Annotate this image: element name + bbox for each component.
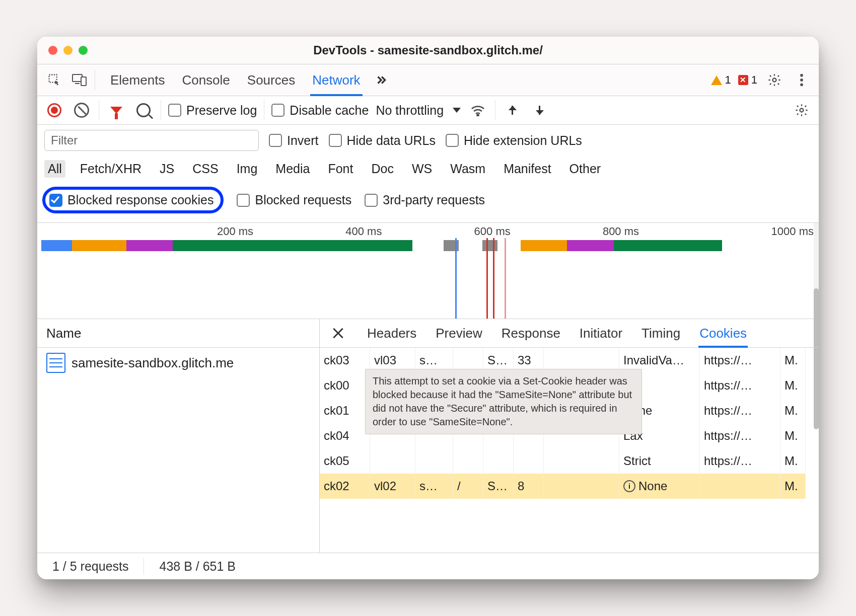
more-tabs-icon[interactable] bbox=[371, 70, 391, 90]
invert-checkbox[interactable]: Invert bbox=[269, 133, 319, 148]
type-all[interactable]: All bbox=[44, 160, 65, 178]
throttling-dropdown[interactable]: No throttling bbox=[376, 103, 461, 118]
cookie-row[interactable]: ck02vl02s…/S…8iNoneM. bbox=[320, 474, 819, 499]
type-css[interactable]: CSS bbox=[189, 160, 222, 178]
hide-ext-label: Hide extension URLs bbox=[464, 133, 582, 148]
blocked-requests-checkbox[interactable]: Blocked requests bbox=[237, 193, 351, 207]
transfer-size: 438 B / 651 B bbox=[159, 559, 236, 574]
throttling-value: No throttling bbox=[376, 103, 444, 118]
overview-bars bbox=[41, 240, 815, 251]
cookie-cell bbox=[544, 474, 619, 499]
disable-cache-checkbox[interactable]: Disable cache bbox=[271, 103, 369, 118]
load-line-3 bbox=[505, 238, 506, 319]
network-conditions-icon[interactable] bbox=[468, 100, 488, 120]
svg-point-5 bbox=[800, 74, 803, 77]
scrollbar[interactable] bbox=[814, 223, 819, 334]
filter-toggle-icon[interactable] bbox=[106, 100, 126, 120]
cookie-cell: https://… bbox=[700, 423, 780, 448]
tab-network[interactable]: Network bbox=[312, 65, 360, 95]
cookie-cell: 8 bbox=[514, 474, 544, 499]
record-button[interactable] bbox=[44, 100, 64, 120]
cookie-cell bbox=[453, 448, 483, 474]
separator bbox=[144, 558, 144, 575]
cookie-cell: M. bbox=[780, 448, 806, 474]
tab-timing[interactable]: Timing bbox=[641, 320, 680, 347]
cookie-row[interactable]: ck05Stricthttps://…M. bbox=[320, 448, 819, 474]
cookie-cell: s… bbox=[415, 474, 453, 499]
tab-elements[interactable]: Elements bbox=[110, 65, 165, 95]
tab-sources[interactable]: Sources bbox=[247, 65, 295, 95]
waterfall-overview[interactable]: 200 ms 400 ms 600 ms 800 ms 1000 ms bbox=[37, 223, 819, 319]
third-party-label: 3rd-party requests bbox=[383, 193, 485, 207]
chevron-down-icon bbox=[453, 108, 461, 113]
cookie-cell: S… bbox=[483, 474, 514, 499]
hide-extension-urls-checkbox[interactable]: Hide extension URLs bbox=[446, 133, 582, 148]
inspect-icon[interactable] bbox=[44, 70, 64, 90]
request-row[interactable]: samesite-sandbox.glitch.me bbox=[37, 348, 319, 378]
blocked-requests-label: Blocked requests bbox=[255, 193, 351, 207]
warning-count[interactable]: 1 bbox=[711, 73, 731, 87]
cookie-cell: vl02 bbox=[370, 474, 415, 499]
type-other[interactable]: Other bbox=[566, 160, 605, 178]
blocked-cookie-tooltip: This attempt to set a cookie via a Set-C… bbox=[365, 369, 642, 434]
disable-cache-label: Disable cache bbox=[290, 103, 369, 118]
warning-number: 1 bbox=[725, 73, 731, 87]
tab-console[interactable]: Console bbox=[182, 65, 230, 95]
status-bar: 1 / 5 requests 438 B / 651 B bbox=[37, 553, 819, 579]
invert-label: Invert bbox=[287, 133, 319, 148]
type-manifest[interactable]: Manifest bbox=[500, 160, 554, 178]
clear-button[interactable] bbox=[72, 100, 92, 120]
preserve-log-checkbox[interactable]: Preserve log bbox=[168, 103, 257, 118]
name-column-header[interactable]: Name bbox=[37, 319, 319, 348]
network-settings-icon[interactable] bbox=[792, 100, 812, 120]
cookie-cell: Strict bbox=[619, 448, 700, 474]
blocked-response-cookies-checkbox[interactable]: Blocked response cookies bbox=[49, 193, 213, 207]
type-fetch-xhr[interactable]: Fetch/XHR bbox=[77, 160, 145, 178]
type-wasm[interactable]: Wasm bbox=[447, 160, 489, 178]
filter-input[interactable]: Filter bbox=[44, 130, 259, 151]
kebab-menu-icon[interactable] bbox=[792, 70, 812, 90]
request-name: samesite-sandbox.glitch.me bbox=[72, 355, 234, 371]
tab-initiator[interactable]: Initiator bbox=[580, 320, 622, 347]
info-icon: i bbox=[623, 480, 635, 492]
tab-headers[interactable]: Headers bbox=[367, 320, 416, 347]
separator bbox=[495, 100, 495, 120]
search-icon[interactable] bbox=[133, 100, 154, 120]
cookies-table: ck03vl03s…S…33InvalidVa…https://…M.ck00v… bbox=[320, 348, 819, 553]
cookie-cell bbox=[483, 448, 514, 474]
separator bbox=[99, 100, 99, 120]
device-toggle-icon[interactable] bbox=[69, 70, 90, 90]
type-media[interactable]: Media bbox=[272, 160, 313, 178]
cookie-cell: ck03 bbox=[320, 348, 370, 373]
tab-preview[interactable]: Preview bbox=[436, 320, 482, 347]
svg-point-7 bbox=[800, 83, 803, 86]
tab-cookies[interactable]: Cookies bbox=[699, 320, 747, 347]
devtools-window: DevTools - samesite-sandbox.glitch.me/ E… bbox=[37, 37, 819, 579]
type-font[interactable]: Font bbox=[324, 160, 356, 178]
cookie-cell: https://… bbox=[700, 348, 780, 373]
svg-point-6 bbox=[800, 79, 803, 82]
svg-rect-3 bbox=[81, 77, 86, 86]
cookie-cell: M. bbox=[780, 398, 806, 423]
type-doc[interactable]: Doc bbox=[368, 160, 397, 178]
svg-point-8 bbox=[477, 115, 479, 116]
download-har-icon[interactable] bbox=[530, 100, 550, 120]
cookie-cell: M. bbox=[780, 348, 806, 373]
cookie-cell bbox=[415, 448, 453, 474]
type-ws[interactable]: WS bbox=[408, 160, 436, 178]
error-count[interactable]: ✕ 1 bbox=[738, 73, 757, 87]
resource-type-filters: All Fetch/XHR JS CSS Img Media Font Doc … bbox=[37, 156, 819, 182]
close-details-icon[interactable] bbox=[328, 323, 348, 343]
upload-har-icon[interactable] bbox=[503, 100, 523, 120]
cookie-cell: ck04 bbox=[320, 423, 370, 448]
load-line-2 bbox=[493, 238, 494, 319]
cookie-cell: https://… bbox=[700, 398, 780, 423]
type-img[interactable]: Img bbox=[233, 160, 261, 178]
third-party-requests-checkbox[interactable]: 3rd-party requests bbox=[365, 193, 485, 207]
settings-icon[interactable] bbox=[764, 70, 784, 90]
hide-data-urls-checkbox[interactable]: Hide data URLs bbox=[329, 133, 436, 148]
cookie-cell bbox=[544, 448, 619, 474]
time-ruler: 200 ms 400 ms 600 ms 800 ms 1000 ms bbox=[37, 223, 819, 238]
tab-response[interactable]: Response bbox=[502, 320, 560, 347]
type-js[interactable]: JS bbox=[156, 160, 178, 178]
